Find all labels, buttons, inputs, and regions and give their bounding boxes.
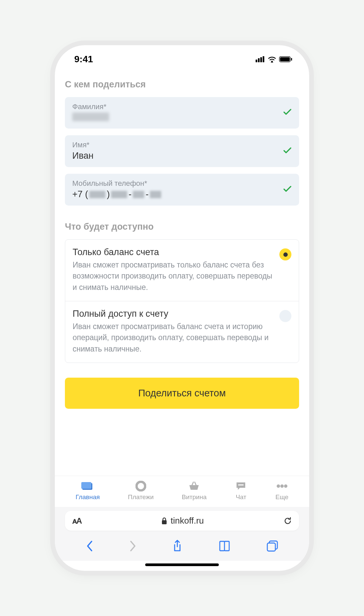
radio-unselected-icon[interactable] [279, 310, 291, 322]
status-icons [256, 56, 292, 63]
phone-frame: 9:41 С кем поделиться Фамилия* Имя* Иван [55, 45, 309, 571]
forward-icon[interactable] [129, 540, 137, 553]
share-account-button[interactable]: Поделиться счетом [65, 378, 299, 409]
tab-more[interactable]: Еще [275, 481, 288, 501]
share-icon[interactable] [172, 539, 183, 554]
url-pill[interactable]: ᴀA tinkoff.ru [65, 511, 299, 531]
svg-rect-1 [258, 58, 260, 62]
url-text: tinkoff.ru [171, 516, 204, 526]
option-desc: Иван сможет просматривать баланс счета и… [73, 321, 274, 355]
svg-rect-2 [260, 57, 262, 62]
lock-icon [161, 517, 167, 525]
svg-rect-15 [162, 520, 167, 524]
tab-chat[interactable]: Чат [235, 481, 247, 501]
content-area: С кем поделиться Фамилия* Имя* Иван Моби… [55, 68, 309, 476]
tab-label: Чат [236, 493, 247, 501]
check-icon [283, 146, 292, 156]
svg-point-4 [271, 61, 273, 62]
card-icon [81, 481, 94, 491]
bookmarks-icon[interactable] [218, 540, 231, 553]
app-tabbar: Главная Платежи Витрина Чат Еще [55, 476, 309, 507]
access-options: Только баланс счета Иван сможет просматр… [65, 239, 299, 363]
phone-label: Мобильный телефон* [72, 179, 283, 188]
option-balance-only[interactable]: Только баланс счета Иван сможет просматр… [65, 240, 299, 301]
tab-showcase[interactable]: Витрина [182, 481, 206, 501]
surname-field[interactable]: Фамилия* [65, 97, 299, 129]
surname-value-redacted [72, 112, 109, 121]
chat-icon [235, 481, 247, 491]
option-title: Полный доступ к счету [73, 309, 274, 319]
safari-toolbar [55, 533, 309, 561]
check-icon [283, 184, 292, 195]
circle-icon [134, 481, 147, 491]
svg-rect-9 [81, 482, 91, 489]
tab-payments[interactable]: Платежи [128, 481, 154, 501]
basket-icon [188, 481, 200, 491]
dots-icon [276, 481, 288, 491]
name-field[interactable]: Имя* Иван [65, 135, 299, 167]
radio-selected-icon[interactable] [279, 248, 291, 260]
svg-rect-6 [280, 57, 290, 61]
wifi-icon [268, 56, 276, 63]
tab-home[interactable]: Главная [76, 481, 100, 501]
phone-value: +7 ( ) - - [72, 189, 283, 200]
svg-rect-11 [238, 484, 244, 485]
name-value: Иван [72, 151, 283, 161]
tab-label: Главная [76, 493, 100, 501]
svg-point-13 [280, 484, 284, 488]
option-title: Только баланс счета [73, 247, 274, 257]
text-size-icon[interactable]: ᴀA [72, 516, 81, 526]
svg-rect-17 [267, 543, 275, 551]
status-time: 9:41 [74, 54, 93, 65]
tabs-icon[interactable] [266, 540, 278, 553]
svg-rect-0 [256, 60, 257, 62]
tab-label: Платежи [128, 493, 154, 501]
check-icon [283, 107, 292, 118]
svg-point-12 [277, 484, 280, 488]
tab-label: Еще [275, 493, 288, 501]
home-indicator[interactable] [145, 563, 219, 566]
back-icon[interactable] [86, 540, 94, 553]
svg-rect-7 [291, 58, 292, 61]
name-label: Имя* [72, 141, 283, 149]
section-title-access: Что будет доступно [65, 222, 299, 232]
option-desc: Иван сможет просматривать только баланс … [73, 259, 274, 293]
svg-rect-3 [263, 56, 264, 62]
reload-icon[interactable] [284, 517, 292, 525]
svg-point-14 [284, 484, 287, 488]
tab-label: Витрина [182, 493, 206, 501]
battery-icon [279, 56, 292, 62]
option-full-access[interactable]: Полный доступ к счету Иван сможет просма… [65, 301, 299, 363]
status-bar: 9:41 [55, 45, 309, 68]
svg-point-10 [136, 482, 145, 490]
cellular-icon [256, 56, 265, 62]
url-display: tinkoff.ru [161, 516, 204, 526]
section-title-share: С кем поделиться [65, 79, 299, 90]
surname-label: Фамилия* [72, 102, 283, 111]
safari-url-bar: ᴀA tinkoff.ru [55, 507, 309, 533]
phone-field[interactable]: Мобильный телефон* +7 ( ) - - [65, 174, 299, 206]
